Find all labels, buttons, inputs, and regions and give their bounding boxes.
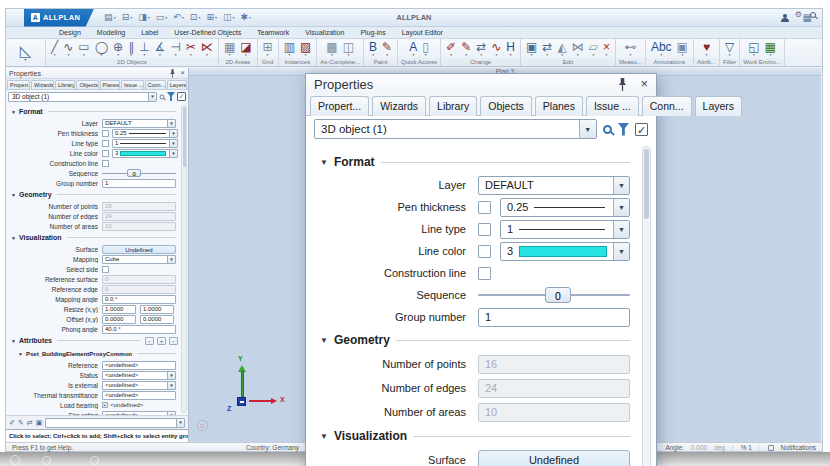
slider-thumb[interactable]: 0 (127, 169, 141, 177)
chevron-down-icon[interactable]: ▼ (613, 199, 629, 216)
close-icon[interactable]: × (180, 69, 185, 77)
ribbon-tool-icon[interactable]: ♥ (703, 41, 710, 57)
ribbon-tool-icon[interactable]: ▯ (422, 41, 429, 57)
transfer-properties-icon[interactable]: ✎ (18, 418, 24, 428)
apply-checkbox-icon[interactable]: ✓ (635, 123, 648, 136)
ribbon-tool-icon[interactable]: ∡ (155, 41, 166, 57)
ribbon-tool-icon[interactable]: ⊞ (263, 41, 273, 57)
line-type-select[interactable]: 1▼ (112, 139, 178, 148)
section-geometry[interactable]: ▼ Geometry (8, 188, 178, 201)
ribbon-tool-icon[interactable]: ▭ (78, 41, 89, 57)
pickup-icon[interactable]: ▣ (36, 418, 43, 428)
dialog-scrollbar[interactable] (642, 146, 651, 466)
object-selector-combo[interactable]: 3D object (1) ▼ (8, 92, 157, 102)
ribbon-tab[interactable]: Plug-ins (353, 27, 392, 38)
status-select[interactable]: <undefined>▼ (102, 371, 176, 380)
ribbon-tool-icon[interactable]: ◪ (240, 41, 251, 57)
dialog-tab[interactable]: Layers (695, 96, 743, 116)
chevron-down-icon[interactable]: ▼ (176, 419, 184, 427)
chevron-down-icon[interactable]: ▼ (579, 120, 596, 138)
chevron-down-icon[interactable]: ▼ (613, 177, 629, 194)
ribbon-tool-icon[interactable]: ▦ (224, 41, 235, 57)
ribbon-tool-icon[interactable]: ⇄ (542, 41, 552, 57)
pen-thickness-checkbox[interactable] (478, 201, 491, 214)
offset-y-input[interactable]: 0.0000 (140, 315, 174, 324)
dialog-tab[interactable]: Library (429, 96, 477, 116)
section-pset[interactable]: ▼ Pset_BuildingElementProxyCommon (8, 347, 178, 360)
settings-gear-icon[interactable]: ⚙ (795, 10, 802, 20)
favorites-combo[interactable]: ▼ (45, 418, 185, 428)
ribbon-tool-icon[interactable]: ✐ (446, 41, 456, 57)
chevron-down-icon[interactable]: ▼ (613, 221, 629, 238)
ribbon-tool-icon[interactable]: ⋉ (201, 41, 213, 57)
mapping-select[interactable]: Cube▼ (102, 255, 176, 264)
section-format[interactable]: ▼ Format (320, 150, 630, 174)
ribbon-tab[interactable]: Visualization (298, 27, 351, 38)
quick-access-icon[interactable]: ▤ (104, 9, 116, 26)
dialog-tab[interactable]: Issue ... (586, 96, 639, 116)
notifications-icon[interactable] (768, 445, 774, 451)
ribbon-tool-icon[interactable]: ⊥ (139, 41, 149, 57)
ribbon-tab[interactable]: Layout Editor (395, 27, 450, 38)
ribbon-tool-icon[interactable]: ▩ (326, 41, 337, 57)
search-icon[interactable] (810, 12, 816, 18)
set-square-tool-icon[interactable]: ◺ (20, 43, 32, 62)
pin-icon[interactable] (617, 78, 628, 91)
reference-input[interactable]: <undefined> (102, 361, 176, 370)
ribbon-tool-icon[interactable]: ✎ (382, 41, 392, 57)
close-icon[interactable]: × (640, 80, 648, 88)
dialog-tab[interactable]: Conn... (642, 96, 692, 116)
is-external-select[interactable]: <undefined>▼ (102, 381, 176, 390)
panel-tab[interactable]: Planes (100, 80, 120, 89)
construction-line-checkbox[interactable] (102, 160, 109, 167)
ribbon-tool-icon[interactable]: ∿ (63, 41, 73, 57)
pin-icon[interactable] (169, 69, 176, 78)
chevron-down-icon[interactable]: ▼ (167, 412, 175, 416)
ribbon-tool-icon[interactable]: ✎ (461, 41, 471, 57)
ribbon-tab[interactable]: Design (52, 27, 88, 38)
group-number-input[interactable]: 1 (478, 308, 630, 327)
modify-attribute-button[interactable]: − (169, 337, 178, 345)
pen-thickness-select[interactable]: 0.25▼ (112, 129, 178, 138)
angle-unit[interactable]: deg (714, 444, 725, 451)
ribbon-tool-icon[interactable]: ▨ (300, 41, 311, 57)
phong-angle-input[interactable]: 40.0 ° (102, 325, 176, 334)
section-visualization[interactable]: ▼ Visualization (320, 424, 630, 448)
panel-tab[interactable]: Propert... (7, 80, 30, 89)
load-bearing-value[interactable]: ▪<undefined> (102, 402, 143, 408)
surface-button[interactable]: Undefined (102, 245, 176, 254)
ribbon-tool-icon[interactable]: ◭ (557, 41, 566, 57)
panel-scrollbar[interactable] (181, 105, 187, 413)
quick-access-icon[interactable]: ⊡ (190, 9, 201, 26)
quick-access-icon[interactable]: ◨ (138, 9, 150, 26)
line-color-select[interactable]: 3▼ (112, 149, 178, 158)
panel-tab[interactable]: Issue ... (121, 80, 144, 89)
angle-value[interactable]: 0.000 (691, 444, 707, 451)
fire-rating-select[interactable]: <undefined>▼ (102, 411, 176, 416)
quick-access-icon[interactable]: ◫ (223, 9, 235, 26)
dialog-tab[interactable]: Propert... (310, 96, 369, 116)
ribbon-tab[interactable]: Label (134, 27, 165, 38)
ribbon-tool-icon[interactable]: ╱ (51, 41, 58, 57)
ribbon-tool-icon[interactable]: ◱ (748, 41, 759, 57)
line-color-checkbox[interactable] (102, 150, 109, 157)
allplan-logo[interactable]: A ALLPLAN (24, 9, 94, 27)
notifications-label[interactable]: Notifications (781, 444, 816, 451)
line-type-checkbox[interactable] (478, 223, 491, 236)
ribbon-tool-icon[interactable]: ⋈ (572, 41, 584, 57)
panel-tab[interactable]: Conn... (145, 80, 166, 89)
slider-thumb[interactable]: 0 (545, 287, 571, 303)
match-properties-icon[interactable]: ✐ (9, 418, 15, 428)
zoom-to-object-icon[interactable] (603, 125, 612, 134)
remove-attribute-button[interactable]: − (145, 337, 154, 345)
ribbon-tool-icon[interactable]: ⊕ (113, 41, 123, 57)
panel-tab[interactable]: Objects (76, 80, 98, 89)
chevron-down-icon[interactable]: ▼ (169, 150, 177, 157)
sequence-slider[interactable]: 0 (478, 285, 630, 305)
ribbon-tool-icon[interactable]: ▽ (725, 41, 734, 57)
dialog-title-bar[interactable]: Properties × (306, 74, 656, 94)
filter-icon[interactable] (618, 123, 630, 136)
sun-view-icon[interactable]: ☼ (197, 420, 208, 431)
surface-button[interactable]: Undefined (478, 450, 630, 466)
ribbon-tab[interactable]: User-Defined Objects (167, 27, 248, 38)
